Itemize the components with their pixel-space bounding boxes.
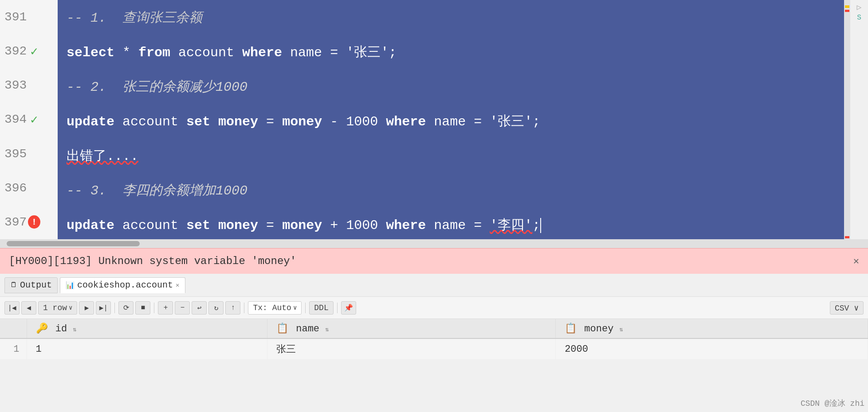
code-line-395: 出错了....	[58, 138, 844, 173]
scroll-marker-yellow	[845, 5, 849, 8]
horizontal-scrollbar[interactable]	[0, 239, 868, 248]
apply-icon: ↻	[214, 303, 219, 312]
scroll-marker-red-top	[845, 10, 849, 12]
row-count-label: 1 row	[43, 303, 67, 312]
line-392-text: select * from account where name = '张三';	[67, 43, 397, 61]
upload-button[interactable]: ↑	[225, 301, 240, 315]
next-row-icon: ▶	[85, 303, 89, 312]
error-icon-397: !	[28, 215, 40, 229]
results-table-area[interactable]: 🔑 id ⇅ 📋 name ⇅ 📋 money ⇅	[0, 319, 868, 360]
last-row-icon: ▶|	[99, 303, 108, 312]
code-line-394: update account set money = money - 1000 …	[58, 104, 844, 138]
remove-row-button[interactable]: −	[175, 301, 190, 315]
row-num-header	[0, 319, 27, 338]
line-395-text: 出错了....	[67, 147, 138, 165]
eye-icon[interactable]: S	[857, 14, 861, 22]
scroll-marker-red-bottom	[845, 236, 849, 238]
code-line-393: -- 2. 张三的余额减少1000	[58, 69, 844, 104]
line-numbers: 391 392 ✓ 393 394 ✓	[0, 0, 58, 239]
ddl-label: DDL	[314, 303, 328, 312]
toolbar-row: |◀ ◀ 1 row ∨ ▶ ▶| ⟳ ■ + − ↩	[0, 297, 868, 319]
name-col-label: name	[296, 323, 319, 334]
right-scrollbar[interactable]	[844, 0, 850, 239]
line-row-396: 396	[0, 171, 58, 205]
line-icon-391	[28, 11, 40, 23]
col-header-id[interactable]: 🔑 id ⇅	[27, 319, 267, 338]
error-close-button[interactable]: ✕	[853, 255, 859, 267]
tabs-row: 🗒 Output 📊 cookieshop.account ✕	[0, 274, 868, 297]
tx-dropdown[interactable]: Tx: Auto ∨	[248, 301, 302, 315]
line-num-397: 397	[4, 215, 24, 229]
tab-output[interactable]: 🗒 Output	[4, 277, 58, 293]
last-row-button[interactable]: ▶|	[96, 301, 111, 315]
code-line-392: select * from account where name = '张三';	[58, 35, 844, 69]
line-icon-394-check: ✓	[28, 113, 40, 126]
line-row-392: 392 ✓	[0, 34, 58, 68]
refresh-icon: ⟳	[123, 303, 129, 312]
name-col-icon: 📋	[276, 323, 288, 334]
csv-button[interactable]: CSV ∨	[830, 301, 864, 315]
tab-cookieshop-account[interactable]: 📊 cookieshop.account ✕	[60, 277, 185, 293]
name-sort-icon[interactable]: ⇅	[325, 326, 329, 333]
revert-button[interactable]: ↩	[192, 301, 207, 315]
line-icon-393	[28, 79, 40, 92]
expand-icon[interactable]: ▷	[857, 2, 862, 12]
csv-label: CSV ∨	[835, 303, 859, 313]
line-393-text: -- 2. 张三的余额减少1000	[67, 78, 247, 96]
code-line-391: -- 1. 查询张三余额	[58, 0, 844, 35]
error-bar: [HY000][1193] Unknown system variable 'm…	[0, 248, 868, 274]
next-row-button[interactable]: ▶	[79, 301, 94, 315]
apply-button[interactable]: ↻	[208, 301, 224, 315]
first-row-icon: |◀	[8, 303, 16, 312]
row-num-1: 1	[0, 338, 27, 360]
money-col-icon: 📋	[565, 323, 577, 334]
output-tab-icon: 🗒	[10, 281, 17, 289]
error-message: [HY000][1193] Unknown system variable 'm…	[9, 255, 296, 267]
check-icon-394: ✓	[31, 112, 38, 127]
prev-row-icon: ◀	[27, 303, 31, 312]
code-editor[interactable]: -- 1. 查询张三余额 select * from account where…	[58, 0, 844, 239]
add-icon: +	[164, 304, 168, 312]
cell-name-1[interactable]: 张三	[267, 338, 556, 360]
first-row-button[interactable]: |◀	[4, 301, 20, 315]
prev-row-button[interactable]: ◀	[21, 301, 36, 315]
add-row-button[interactable]: +	[158, 301, 173, 315]
line-num-394: 394	[4, 113, 24, 126]
row-count-dropdown[interactable]: 1 row ∨	[38, 301, 77, 315]
line-397-text: update account set money = money + 1000 …	[67, 216, 541, 234]
tx-label: Tx: Auto	[253, 303, 291, 312]
line-num-395: 395	[4, 147, 24, 161]
line-row-391: 391	[0, 0, 58, 34]
code-line-397: update account set money = money + 1000 …	[58, 207, 844, 239]
revert-icon: ↩	[197, 303, 202, 312]
stop-icon: ■	[141, 304, 145, 312]
ddl-button[interactable]: DDL	[309, 301, 333, 315]
line-row-393: 393	[0, 68, 58, 102]
cell-id-1[interactable]: 1	[27, 338, 267, 360]
line-394-text: update account set money = money - 1000 …	[67, 112, 540, 130]
line-icon-395	[28, 148, 40, 160]
line-row-394: 394 ✓	[0, 102, 58, 136]
stop-button[interactable]: ■	[135, 301, 150, 315]
toolbar-sep-2	[154, 303, 154, 313]
account-tab-close[interactable]: ✕	[176, 281, 179, 289]
refresh-button[interactable]: ⟳	[118, 301, 134, 315]
money-sort-icon[interactable]: ⇅	[620, 326, 623, 333]
col-header-name[interactable]: 📋 name ⇅	[267, 319, 556, 338]
id-sort-icon[interactable]: ⇅	[73, 326, 76, 333]
scroll-thumb[interactable]	[7, 241, 140, 246]
line-391-text: -- 1. 查询张三余额	[67, 8, 202, 27]
code-line-396: -- 3. 李四的余额增加1000	[58, 173, 844, 207]
cell-money-1[interactable]: 2000	[556, 338, 868, 360]
id-col-label: id	[55, 323, 67, 334]
account-tab-icon: 📊	[66, 281, 75, 290]
right-panel: ▷ S	[850, 0, 868, 239]
line-icon-396	[28, 182, 40, 194]
watermark: CSDN @淦冰 zhi	[801, 398, 864, 408]
col-header-money[interactable]: 📋 money ⇅	[556, 319, 868, 338]
results-table: 🔑 id ⇅ 📋 name ⇅ 📋 money ⇅	[0, 319, 868, 360]
line-icon-397-error: !	[28, 216, 40, 228]
table-header-row: 🔑 id ⇅ 📋 name ⇅ 📋 money ⇅	[0, 319, 868, 338]
pin-button[interactable]: 📌	[341, 301, 356, 315]
table-row[interactable]: 1 1 张三 2000	[0, 338, 868, 360]
